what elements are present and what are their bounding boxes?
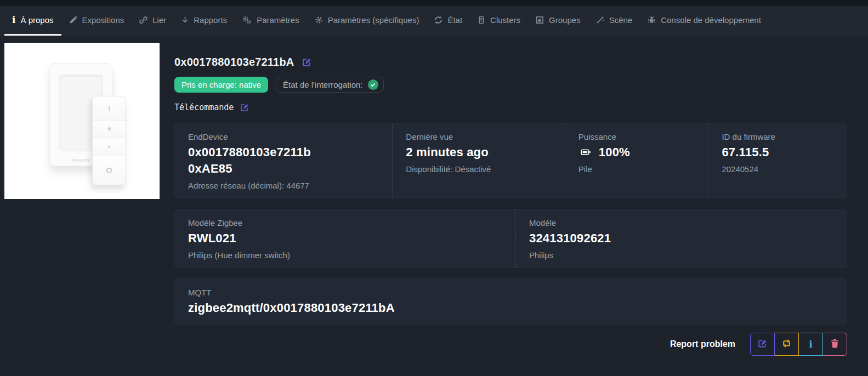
tab-bind[interactable]: Lier	[132, 6, 174, 36]
tab-state[interactable]: État	[427, 6, 470, 36]
device-mqtt-card: MQTT zigbee2mqtt/0x0017880103e7211bA	[174, 278, 847, 324]
report-problem-link[interactable]: Report problem	[670, 339, 735, 349]
cell-firmware: ID du firmware 67.115.5 20240524	[708, 123, 847, 198]
supported-badge: Pris en charge: native	[174, 77, 268, 93]
edit-description-icon[interactable]	[302, 58, 311, 67]
availability: Disponibilité: Désactivé	[406, 164, 551, 174]
model-value: 324131092621	[529, 230, 833, 247]
zigbee-model-label: Modèle Zigbee	[188, 218, 502, 227]
cell-last-seen: Dernière vue 2 minutes ago Disponibilité…	[392, 123, 564, 198]
remote-dim-button-glyph: ✳	[93, 138, 126, 156]
device-image: PHILIPS I ✳ ✳ O	[4, 43, 160, 199]
device-action-buttons: i	[750, 333, 847, 356]
cell-zigbee-model: Modèle Zigbee RWL021 Philips (Hue dimmer…	[175, 209, 515, 267]
device-ieee-address: 0x0017880103e7211bA	[174, 56, 294, 69]
tab-label: Lier	[152, 15, 166, 25]
cell-mqtt: MQTT zigbee2mqtt/0x0017880103e7211bA	[175, 279, 847, 324]
friendly-name: Télécommande	[174, 102, 234, 112]
tab-label: Clusters	[490, 15, 520, 25]
last-seen-value: 2 minutes ago	[406, 144, 551, 161]
tab-label: Scène	[609, 15, 633, 25]
device-summary-card: EndDevice 0x0017880103e7211b 0xAE85 Adre…	[174, 123, 847, 198]
arrow-down-icon	[181, 16, 189, 24]
tab-label: Rapports	[194, 15, 227, 25]
remove-device-button[interactable]	[822, 333, 847, 356]
cell-model: Modèle 324131092621 Philips	[515, 209, 847, 267]
firmware-build-date: 20240524	[722, 164, 833, 174]
tab-label: Expositions	[82, 15, 124, 25]
tab-label: État	[447, 15, 462, 25]
check-icon	[368, 79, 378, 90]
tab-label: Groupes	[549, 15, 581, 25]
last-seen-label: Dernière vue	[406, 132, 551, 141]
cell-power: Puissance 100% Pile	[565, 123, 708, 198]
trash-icon	[831, 339, 839, 350]
model-vendor: Philips	[529, 250, 833, 260]
power-source: Pile	[578, 164, 695, 174]
tab-label: Console de développement	[661, 15, 761, 25]
mqtt-topic: zigbee2mqtt/0x0017880103e7211bA	[188, 300, 833, 316]
power-value: 100%	[578, 144, 695, 161]
remote-off-button-glyph: O	[93, 156, 126, 185]
mqtt-label: MQTT	[188, 288, 833, 297]
power-label: Puissance	[578, 132, 695, 141]
sync-icon	[434, 16, 442, 24]
gear-icon	[315, 16, 323, 24]
tab-about[interactable]: i À propos	[4, 6, 61, 36]
info-icon: i	[809, 339, 812, 350]
edit-device-button[interactable]	[750, 333, 775, 356]
tab-label: Paramètres	[257, 15, 299, 25]
tab-settings-specific[interactable]: Paramètres (spécifiques)	[307, 6, 427, 36]
cell-device-type: EndDevice 0x0017880103e7211b 0xAE85 Adre…	[175, 123, 392, 198]
interview-status-pill: État de l'interrogation:	[276, 77, 383, 93]
model-label: Modèle	[529, 218, 833, 227]
group-icon	[536, 16, 544, 24]
device-model-card: Modèle Zigbee RWL021 Philips (Hue dimmer…	[174, 209, 847, 268]
retweet-icon	[781, 339, 792, 350]
remote-brighten-button-glyph: ✳	[93, 121, 126, 139]
firmware-version: 67.115.5	[722, 144, 833, 161]
network-address: Adresse réseau (décimal): 44677	[188, 181, 379, 190]
pen-square-icon	[758, 339, 767, 350]
tab-label: Paramètres (spécifiques)	[328, 15, 419, 25]
list-icon	[478, 16, 485, 24]
interview-status-label: État de l'interrogation:	[283, 80, 362, 89]
firmware-label: ID du firmware	[722, 132, 833, 141]
tab-exposes[interactable]: Expositions	[61, 6, 132, 36]
device-info-button[interactable]: i	[798, 333, 823, 356]
bug-icon	[648, 16, 656, 24]
tab-clusters[interactable]: Clusters	[470, 6, 528, 36]
reconfigure-device-button[interactable]	[774, 333, 799, 356]
device-type-label: EndDevice	[188, 132, 379, 141]
tab-groups[interactable]: Groupes	[528, 6, 588, 36]
rename-device-icon[interactable]	[240, 103, 249, 112]
tab-label: À propos	[20, 15, 53, 25]
tab-dev-console[interactable]: Console de développement	[640, 6, 769, 36]
device-page: PHILIPS I ✳ ✳ O 0x0017880103e7211bA Pris…	[0, 36, 868, 376]
top-strip	[0, 0, 868, 6]
info-icon: i	[12, 15, 15, 25]
tab-scene[interactable]: Scène	[588, 6, 640, 36]
device-tab-bar: i À propos Expositions Lier Rapports Par…	[0, 6, 868, 36]
remote-on-button-glyph: I	[93, 96, 126, 121]
tab-settings[interactable]: Paramètres	[235, 6, 307, 36]
pen-icon	[69, 16, 77, 24]
tab-reporting[interactable]: Rapports	[174, 6, 235, 36]
link-icon	[139, 16, 147, 24]
battery-icon	[578, 147, 593, 157]
gears-icon	[242, 16, 252, 24]
zigbee-model-description: Philips (Hue dimmer switch)	[188, 250, 502, 260]
zigbee-model-value: RWL021	[188, 230, 502, 247]
device-image-remote: I ✳ ✳ O	[92, 96, 126, 185]
wand-icon	[596, 16, 604, 24]
device-type-value: 0x0017880103e7211b 0xAE85	[188, 144, 379, 177]
